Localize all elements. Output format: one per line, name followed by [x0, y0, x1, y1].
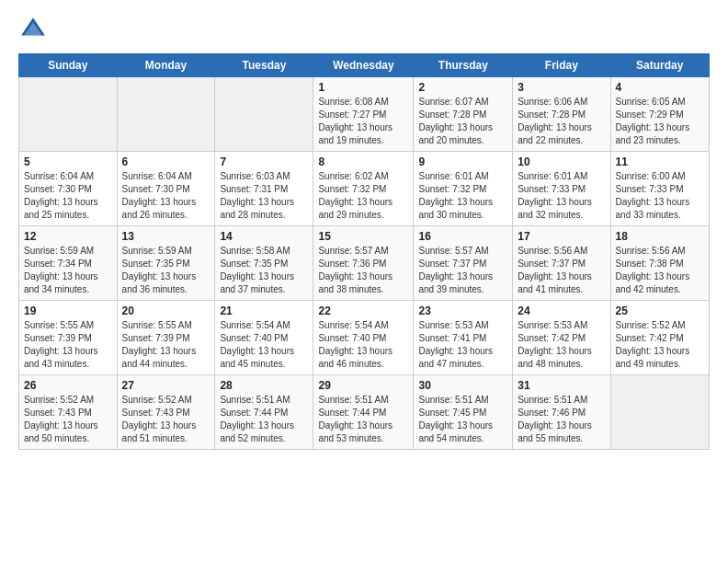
day-info: Sunrise: 6:07 AM Sunset: 7:28 PM Dayligh… [418, 96, 507, 147]
day-number: 21 [220, 304, 308, 317]
day-info: Sunrise: 6:04 AM Sunset: 7:30 PM Dayligh… [122, 170, 210, 222]
day-number: 23 [418, 304, 507, 317]
calendar-cell: 11Sunrise: 6:00 AM Sunset: 7:33 PM Dayli… [610, 152, 709, 226]
logo [18, 15, 51, 44]
day-number: 2 [418, 81, 507, 94]
calendar-week-5: 26Sunrise: 5:52 AM Sunset: 7:43 PM Dayli… [19, 375, 710, 450]
day-info: Sunrise: 6:04 AM Sunset: 7:30 PM Dayligh… [24, 170, 112, 222]
calendar-body: 1Sunrise: 6:08 AM Sunset: 7:27 PM Daylig… [19, 77, 710, 450]
day-info: Sunrise: 5:51 AM Sunset: 7:45 PM Dayligh… [418, 394, 507, 445]
calendar-cell: 25Sunrise: 5:52 AM Sunset: 7:42 PM Dayli… [610, 301, 709, 375]
calendar-cell: 31Sunrise: 5:51 AM Sunset: 7:46 PM Dayli… [513, 375, 610, 450]
day-info: Sunrise: 5:56 AM Sunset: 7:38 PM Dayligh… [616, 245, 704, 296]
calendar-cell: 30Sunrise: 5:51 AM Sunset: 7:45 PM Dayli… [414, 375, 513, 450]
day-number: 31 [518, 379, 605, 392]
day-number: 10 [518, 155, 605, 168]
day-info: Sunrise: 5:59 AM Sunset: 7:34 PM Dayligh… [24, 245, 112, 296]
day-number: 25 [616, 304, 704, 317]
calendar-cell [215, 77, 313, 152]
day-number: 6 [122, 155, 210, 168]
calendar-cell: 9Sunrise: 6:01 AM Sunset: 7:32 PM Daylig… [414, 152, 513, 226]
weekday-header-wednesday: Wednesday [313, 54, 414, 77]
day-info: Sunrise: 6:02 AM Sunset: 7:32 PM Dayligh… [318, 170, 408, 222]
day-info: Sunrise: 5:54 AM Sunset: 7:40 PM Dayligh… [220, 319, 308, 371]
day-number: 15 [318, 230, 408, 243]
day-number: 19 [24, 304, 112, 317]
calendar-cell: 10Sunrise: 6:01 AM Sunset: 7:33 PM Dayli… [513, 152, 610, 226]
day-info: Sunrise: 5:51 AM Sunset: 7:44 PM Dayligh… [220, 394, 308, 445]
calendar-week-1: 1Sunrise: 6:08 AM Sunset: 7:27 PM Daylig… [19, 77, 710, 152]
day-number: 27 [122, 379, 210, 392]
logo-icon [18, 15, 48, 44]
day-info: Sunrise: 6:08 AM Sunset: 7:27 PM Dayligh… [318, 96, 408, 147]
day-number: 14 [220, 230, 308, 243]
weekday-header-friday: Friday [513, 54, 610, 77]
day-number: 24 [518, 304, 605, 317]
calendar-cell: 27Sunrise: 5:52 AM Sunset: 7:43 PM Dayli… [117, 375, 215, 450]
day-info: Sunrise: 5:51 AM Sunset: 7:46 PM Dayligh… [518, 394, 605, 445]
day-info: Sunrise: 5:58 AM Sunset: 7:35 PM Dayligh… [220, 245, 308, 296]
calendar-cell: 14Sunrise: 5:58 AM Sunset: 7:35 PM Dayli… [215, 226, 313, 301]
day-number: 7 [220, 155, 308, 168]
calendar-cell: 22Sunrise: 5:54 AM Sunset: 7:40 PM Dayli… [313, 301, 414, 375]
weekday-header-monday: Monday [117, 54, 215, 77]
day-info: Sunrise: 5:57 AM Sunset: 7:37 PM Dayligh… [418, 245, 507, 296]
calendar-cell [19, 77, 118, 152]
day-number: 9 [418, 155, 507, 168]
day-number: 13 [122, 230, 210, 243]
day-info: Sunrise: 6:00 AM Sunset: 7:33 PM Dayligh… [616, 170, 704, 222]
calendar-cell: 26Sunrise: 5:52 AM Sunset: 7:43 PM Dayli… [19, 375, 118, 450]
calendar-week-4: 19Sunrise: 5:55 AM Sunset: 7:39 PM Dayli… [19, 301, 710, 375]
day-info: Sunrise: 5:55 AM Sunset: 7:39 PM Dayligh… [24, 319, 112, 371]
calendar-cell: 1Sunrise: 6:08 AM Sunset: 7:27 PM Daylig… [313, 77, 414, 152]
calendar-cell: 21Sunrise: 5:54 AM Sunset: 7:40 PM Dayli… [215, 301, 313, 375]
day-info: Sunrise: 5:59 AM Sunset: 7:35 PM Dayligh… [122, 245, 210, 296]
calendar-cell: 16Sunrise: 5:57 AM Sunset: 7:37 PM Dayli… [414, 226, 513, 301]
day-number: 12 [24, 230, 112, 243]
calendar-cell: 2Sunrise: 6:07 AM Sunset: 7:28 PM Daylig… [414, 77, 513, 152]
weekday-row: SundayMondayTuesdayWednesdayThursdayFrid… [19, 54, 710, 77]
page: SundayMondayTuesdayWednesdayThursdayFrid… [0, 0, 728, 465]
day-info: Sunrise: 6:05 AM Sunset: 7:29 PM Dayligh… [616, 96, 704, 147]
day-number: 4 [616, 81, 704, 94]
calendar-cell: 5Sunrise: 6:04 AM Sunset: 7:30 PM Daylig… [19, 152, 118, 226]
calendar-cell: 4Sunrise: 6:05 AM Sunset: 7:29 PM Daylig… [610, 77, 709, 152]
calendar-cell: 8Sunrise: 6:02 AM Sunset: 7:32 PM Daylig… [313, 152, 414, 226]
day-info: Sunrise: 5:51 AM Sunset: 7:44 PM Dayligh… [318, 394, 408, 445]
day-info: Sunrise: 6:06 AM Sunset: 7:28 PM Dayligh… [518, 96, 605, 147]
weekday-header-sunday: Sunday [19, 54, 118, 77]
calendar-cell: 15Sunrise: 5:57 AM Sunset: 7:36 PM Dayli… [313, 226, 414, 301]
calendar-week-3: 12Sunrise: 5:59 AM Sunset: 7:34 PM Dayli… [19, 226, 710, 301]
day-number: 22 [318, 304, 408, 317]
weekday-header-thursday: Thursday [414, 54, 513, 77]
day-number: 30 [418, 379, 507, 392]
day-info: Sunrise: 5:53 AM Sunset: 7:42 PM Dayligh… [518, 319, 605, 371]
calendar-cell [117, 77, 215, 152]
day-number: 16 [418, 230, 507, 243]
day-number: 8 [318, 155, 408, 168]
day-number: 26 [24, 379, 112, 392]
calendar-table: SundayMondayTuesdayWednesdayThursdayFrid… [18, 53, 710, 450]
calendar-cell: 23Sunrise: 5:53 AM Sunset: 7:41 PM Dayli… [414, 301, 513, 375]
calendar-cell: 6Sunrise: 6:04 AM Sunset: 7:30 PM Daylig… [117, 152, 215, 226]
day-info: Sunrise: 5:55 AM Sunset: 7:39 PM Dayligh… [122, 319, 210, 371]
day-number: 1 [318, 81, 408, 94]
day-info: Sunrise: 5:56 AM Sunset: 7:37 PM Dayligh… [518, 245, 605, 296]
calendar-cell: 12Sunrise: 5:59 AM Sunset: 7:34 PM Dayli… [19, 226, 118, 301]
header [18, 15, 710, 44]
day-number: 29 [318, 379, 408, 392]
calendar-cell: 20Sunrise: 5:55 AM Sunset: 7:39 PM Dayli… [117, 301, 215, 375]
weekday-header-saturday: Saturday [610, 54, 709, 77]
calendar-cell: 19Sunrise: 5:55 AM Sunset: 7:39 PM Dayli… [19, 301, 118, 375]
day-info: Sunrise: 5:57 AM Sunset: 7:36 PM Dayligh… [318, 245, 408, 296]
day-info: Sunrise: 6:03 AM Sunset: 7:31 PM Dayligh… [220, 170, 308, 222]
day-number: 20 [122, 304, 210, 317]
calendar-cell: 13Sunrise: 5:59 AM Sunset: 7:35 PM Dayli… [117, 226, 215, 301]
calendar-cell: 29Sunrise: 5:51 AM Sunset: 7:44 PM Dayli… [313, 375, 414, 450]
day-info: Sunrise: 5:53 AM Sunset: 7:41 PM Dayligh… [418, 319, 507, 371]
day-number: 28 [220, 379, 308, 392]
day-info: Sunrise: 5:52 AM Sunset: 7:43 PM Dayligh… [122, 394, 210, 445]
calendar-cell: 24Sunrise: 5:53 AM Sunset: 7:42 PM Dayli… [513, 301, 610, 375]
weekday-header-tuesday: Tuesday [215, 54, 313, 77]
day-number: 11 [616, 155, 704, 168]
